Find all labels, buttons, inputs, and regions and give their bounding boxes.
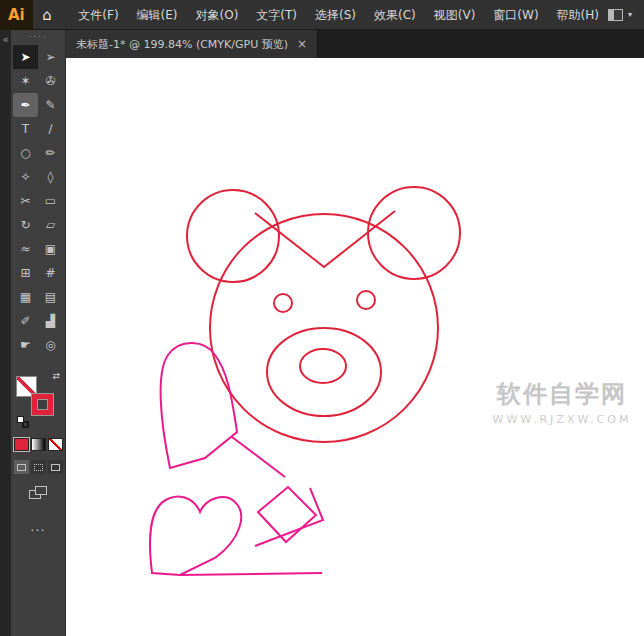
zoom-tool[interactable]: ◎ xyxy=(38,333,63,357)
menu-item-7[interactable]: 窗口(W) xyxy=(484,0,547,30)
artboard-canvas[interactable]: 软件自学网 WWW.RJZXW.COM xyxy=(66,58,644,636)
scale-tool[interactable]: ▱ xyxy=(38,213,63,237)
color-type-buttons xyxy=(14,438,63,451)
draw-behind-button[interactable] xyxy=(31,460,46,474)
bear-drawing xyxy=(187,187,460,442)
artwork xyxy=(66,58,644,636)
rotate-tool[interactable]: ↻ xyxy=(13,213,38,237)
scissors-tool[interactable]: ✂ xyxy=(13,189,38,213)
workspace-layout-icon xyxy=(608,9,623,21)
lasso-tool[interactable]: ✇ xyxy=(38,69,63,93)
bear-eye-left[interactable] xyxy=(274,294,292,312)
color-button[interactable] xyxy=(14,438,29,451)
chevron-down-icon: ▾ xyxy=(628,10,632,19)
type-tool[interactable]: T xyxy=(13,117,38,141)
bear-nose[interactable] xyxy=(300,349,346,383)
menu-item-2[interactable]: 对象(O) xyxy=(187,0,248,30)
illustrator-logo: Ai xyxy=(0,0,33,30)
tools-panel: « ···· ➤➢✶✇✒✎T∕○✏✧◊✂▭↻▱≈▣⊞#▦▤✐▟☛◎ ⇄ xyxy=(0,30,66,636)
tool-grid: ➤➢✶✇✒✎T∕○✏✧◊✂▭↻▱≈▣⊞#▦▤✐▟☛◎ xyxy=(13,45,63,357)
watermark: 软件自学网 WWW.RJZXW.COM xyxy=(466,378,644,426)
menu-items: 文件(F)编辑(E)对象(O)文字(T)选择(S)效果(C)视图(V)窗口(W)… xyxy=(69,0,608,30)
collapse-panel-icon[interactable]: « xyxy=(2,34,8,45)
menu-item-0[interactable]: 文件(F) xyxy=(69,0,127,30)
hand-baseline[interactable] xyxy=(180,573,322,575)
artboard-tool[interactable]: ▭ xyxy=(38,189,63,213)
shape-builder-tool[interactable]: ⊞ xyxy=(13,261,38,285)
menu-item-5[interactable]: 效果(C) xyxy=(365,0,425,30)
menu-item-1[interactable]: 编辑(E) xyxy=(128,0,187,30)
menubar: Ai ⌂ 文件(F)编辑(E)对象(O)文字(T)选择(S)效果(C)视图(V)… xyxy=(0,0,644,30)
pencil-tool[interactable]: ✏ xyxy=(38,141,63,165)
gradient-tool[interactable]: ▤ xyxy=(38,285,63,309)
drawing-mode-buttons xyxy=(14,460,63,474)
hand-drawing xyxy=(150,343,323,575)
width-tool[interactable]: ≈ xyxy=(13,237,38,261)
graph-tool[interactable]: ▟ xyxy=(38,309,63,333)
free-transform-tool[interactable]: ▣ xyxy=(38,237,63,261)
workspace-switcher[interactable]: ▾ xyxy=(608,9,644,21)
draw-normal-button[interactable] xyxy=(14,460,29,474)
screen-mode-icon-overlay xyxy=(35,486,47,495)
shaper-tool[interactable]: ✧ xyxy=(13,165,38,189)
toolbar-drag-handle[interactable]: ···· xyxy=(28,32,47,45)
magic-wand-tool[interactable]: ✶ xyxy=(13,69,38,93)
none-button[interactable] xyxy=(48,438,63,451)
edit-toolbar-ellipsis[interactable]: ··· xyxy=(30,523,45,538)
menu-item-8[interactable]: 帮助(H) xyxy=(548,0,608,30)
screen-mode-button[interactable] xyxy=(29,486,47,501)
pen-tool[interactable]: ✒ xyxy=(13,93,38,117)
document-tab[interactable]: 未标题-1* @ 199.84% (CMYK/GPU 预览) × xyxy=(66,30,318,58)
home-icon[interactable]: ⌂ xyxy=(33,0,62,30)
menu-item-4[interactable]: 选择(S) xyxy=(306,0,365,30)
menu-item-3[interactable]: 文字(T) xyxy=(247,0,306,30)
hand-heart-shape[interactable] xyxy=(150,497,241,575)
watermark-site-name: 软件自学网 xyxy=(466,378,644,410)
gradient-button[interactable] xyxy=(31,438,46,451)
hand-tool[interactable]: ☛ xyxy=(13,333,38,357)
default-fill-mini-icon[interactable] xyxy=(17,416,24,423)
document-tabbar: 未标题-1* @ 199.84% (CMYK/GPU 预览) × xyxy=(66,30,644,58)
draw-inside-button[interactable] xyxy=(48,460,63,474)
watermark-site-url: WWW.RJZXW.COM xyxy=(466,413,644,426)
eraser-tool[interactable]: ◊ xyxy=(38,165,63,189)
toolbar: ···· ➤➢✶✇✒✎T∕○✏✧◊✂▭↻▱≈▣⊞#▦▤✐▟☛◎ ⇄ xyxy=(11,30,65,636)
mesh-tool[interactable]: ▦ xyxy=(13,285,38,309)
hand-finger-shape[interactable] xyxy=(161,343,237,468)
document-tab-title: 未标题-1* @ 199.84% (CMYK/GPU 预览) xyxy=(76,37,288,52)
bear-muzzle[interactable] xyxy=(267,328,381,416)
selection-tool[interactable]: ➤ xyxy=(13,45,38,69)
close-tab-icon[interactable]: × xyxy=(297,37,307,51)
line-segment-tool[interactable]: ∕ xyxy=(38,117,63,141)
hand-diagonal-line[interactable] xyxy=(232,437,285,477)
menu-item-6[interactable]: 视图(V) xyxy=(425,0,485,30)
stroke-swatch-red[interactable] xyxy=(32,394,53,415)
perspective-grid-tool[interactable]: # xyxy=(38,261,63,285)
fill-stroke-controls: ⇄ xyxy=(15,371,61,429)
panel-collapse-strip: « xyxy=(0,30,11,636)
direct-selection-tool[interactable]: ➢ xyxy=(38,45,63,69)
paintbrush-tool[interactable]: ✎ xyxy=(38,93,63,117)
bear-ear-right[interactable] xyxy=(368,187,460,279)
bear-ear-left[interactable] xyxy=(187,190,279,282)
swap-fill-stroke-icon[interactable]: ⇄ xyxy=(52,371,60,381)
bear-eye-right[interactable] xyxy=(357,291,375,309)
eyedropper-tool[interactable]: ✐ xyxy=(13,309,38,333)
ellipse-tool[interactable]: ○ xyxy=(13,141,38,165)
